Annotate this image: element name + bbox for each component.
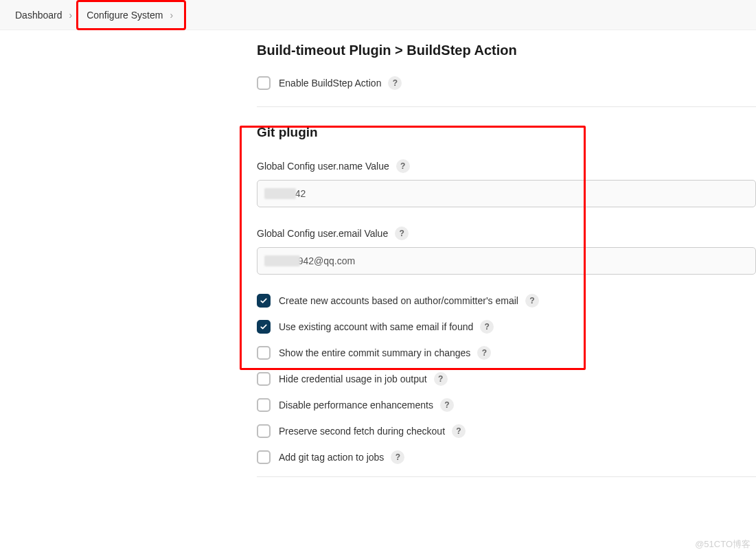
help-icon[interactable]: ?	[480, 320, 494, 334]
row-show-summary: Show the entire commit summary in change…	[257, 346, 756, 360]
chevron-right-icon: ›	[65, 0, 77, 30]
row-hide-cred: Hide credential usage in job output ?	[257, 372, 756, 386]
breadcrumb-dashboard[interactable]: Dashboard	[12, 0, 65, 30]
row-enable-buildstep: Enable BuildStep Action ?	[257, 76, 756, 90]
label-use-existing: Use existing account with same email if …	[279, 321, 473, 332]
checkbox-hide-cred[interactable]	[257, 372, 271, 386]
label-git-email-text: Global Config user.email Value	[257, 228, 388, 239]
chevron-right-icon: ›	[165, 0, 177, 30]
help-icon[interactable]: ?	[434, 372, 448, 386]
checkbox-use-existing[interactable]	[257, 320, 271, 334]
help-icon[interactable]: ?	[525, 294, 539, 308]
help-icon[interactable]: ?	[388, 76, 402, 90]
label-disable-perf: Disable performance enhancements	[279, 400, 433, 411]
checkbox-show-summary[interactable]	[257, 346, 271, 360]
section-divider	[257, 106, 756, 107]
label-enable-buildstep: Enable BuildStep Action	[279, 78, 381, 89]
redaction-mask	[264, 188, 296, 199]
help-icon[interactable]: ?	[452, 424, 466, 438]
help-icon[interactable]: ?	[477, 346, 491, 360]
checkbox-create-accounts[interactable]	[257, 294, 271, 308]
help-icon[interactable]: ?	[395, 227, 409, 240]
label-git-email: Global Config user.email Value ?	[257, 227, 756, 240]
help-icon[interactable]: ?	[440, 398, 454, 412]
checkbox-enable-buildstep[interactable]	[257, 76, 271, 90]
help-icon[interactable]: ?	[391, 450, 404, 464]
label-show-summary: Show the entire commit summary in change…	[279, 347, 470, 358]
label-create-accounts: Create new accounts based on author/comm…	[279, 295, 518, 306]
row-use-existing: Use existing account with same email if …	[257, 320, 756, 334]
row-disable-perf: Disable performance enhancements ?	[257, 398, 756, 412]
checkbox-disable-perf[interactable]	[257, 398, 271, 412]
label-git-username: Global Config user.name Value ?	[257, 159, 756, 173]
input-wrap-git-email	[257, 247, 756, 275]
breadcrumb-configure-system[interactable]: Configure System	[84, 0, 165, 30]
help-icon[interactable]: ?	[396, 159, 410, 173]
main-content: Build-timeout Plugin > BuildStep Action …	[0, 30, 756, 477]
row-add-tag: Add git tag action to jobs ?	[257, 450, 756, 464]
checkbox-add-tag[interactable]	[257, 450, 271, 464]
input-git-email[interactable]	[257, 247, 756, 275]
input-wrap-git-username	[257, 180, 756, 207]
section-title-build-timeout: Build-timeout Plugin > BuildStep Action	[257, 43, 756, 58]
redaction-mask	[264, 255, 300, 266]
input-git-username[interactable]	[257, 180, 756, 207]
label-preserve-fetch: Preserve second fetch during checkout	[279, 426, 445, 437]
label-add-tag: Add git tag action to jobs	[279, 452, 384, 463]
breadcrumb: Dashboard › Configure System ›	[0, 0, 756, 30]
label-git-username-text: Global Config user.name Value	[257, 161, 389, 172]
breadcrumb-highlight-box: Configure System ›	[76, 0, 186, 30]
label-hide-cred: Hide credential usage in job output	[279, 373, 427, 384]
row-create-accounts: Create new accounts based on author/comm…	[257, 294, 756, 308]
row-preserve-fetch: Preserve second fetch during checkout ?	[257, 424, 756, 438]
section-divider	[257, 476, 756, 477]
checkbox-preserve-fetch[interactable]	[257, 424, 271, 438]
section-title-git-plugin: Git plugin	[257, 125, 756, 140]
